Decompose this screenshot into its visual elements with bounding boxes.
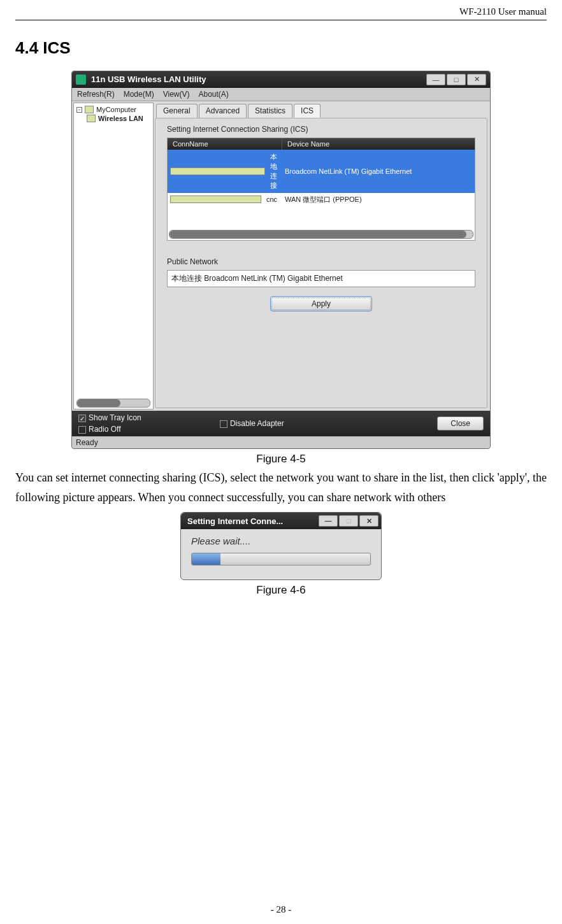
tree-root[interactable]: - MyComputer — [76, 106, 150, 113]
app-icon — [76, 75, 86, 85]
progress-fill — [192, 553, 220, 565]
row-conn: cnc — [264, 194, 280, 204]
tree-child-label: Wireless LAN — [98, 115, 143, 122]
page-number: - 28 - — [0, 904, 562, 915]
show-tray-checkbox[interactable]: Show Tray Icon — [78, 413, 220, 422]
tree-pane: - MyComputer Wireless LAN — [73, 103, 154, 409]
tab-advanced[interactable]: Advanced — [199, 104, 247, 118]
network-icon — [170, 195, 261, 203]
ics-heading: Setting Internet Connection Sharing (ICS… — [167, 125, 475, 134]
dialog-minimize-button[interactable]: — — [319, 515, 338, 527]
list-scrollbar[interactable] — [169, 230, 473, 239]
row-dev: WAN 微型端口 (PPPOE) — [282, 194, 475, 206]
col-devicename[interactable]: Device Name — [282, 138, 475, 150]
dialog-message: Please wait.... — [191, 536, 371, 546]
dialog-title-bar: Setting Internet Conne... — □ ✕ — [181, 513, 381, 529]
row-dev: Broadcom NetLink (TM) Gigabit Ethernet — [282, 166, 475, 176]
list-row[interactable]: cnc WAN 微型端口 (PPPOE) — [168, 193, 475, 206]
menu-about[interactable]: About(A) — [199, 90, 229, 99]
tree-root-label: MyComputer — [96, 106, 136, 113]
tree-child[interactable]: Wireless LAN — [87, 115, 150, 122]
window-title: 11n USB Wireless LAN Utility — [91, 75, 425, 84]
close-button[interactable]: Close — [437, 416, 484, 430]
dialog-close-button[interactable]: ✕ — [359, 515, 378, 527]
body-paragraph: You can set internet connecting sharing … — [15, 468, 547, 507]
disable-adapter-checkbox[interactable]: Disable Adapter — [220, 419, 437, 428]
col-connname[interactable]: ConnName — [168, 138, 282, 150]
menu-bar: Refresh(R) Mode(M) View(V) About(A) — [72, 88, 490, 101]
menu-view[interactable]: View(V) — [163, 90, 190, 99]
bottom-bar: Show Tray Icon Radio Off Disable Adapter… — [72, 411, 490, 436]
network-icon — [170, 167, 265, 175]
tab-general[interactable]: General — [156, 104, 198, 118]
tab-statistics[interactable]: Statistics — [248, 104, 292, 118]
tab-ics[interactable]: ICS — [294, 104, 321, 118]
connection-list: ConnName Device Name 本地连接 Broadcom NetLi… — [167, 138, 475, 241]
tree-collapse-icon[interactable]: - — [76, 107, 82, 113]
figure-4-6-caption: Figure 4-6 — [15, 584, 547, 597]
public-network-label: Public Network — [167, 257, 475, 266]
section-heading: 4.4 ICS — [15, 38, 547, 58]
radio-off-checkbox[interactable]: Radio Off — [78, 425, 220, 434]
page-header: WF-2110 User manual — [15, 6, 547, 20]
figure-4-5-caption: Figure 4-5 — [15, 453, 547, 466]
title-bar: 11n USB Wireless LAN Utility — □ ✕ — [72, 71, 490, 88]
content-pane: General Advanced Statistics ICS Setting … — [155, 103, 489, 409]
minimize-button[interactable]: — — [426, 74, 445, 85]
figure-4-5-window: 11n USB Wireless LAN Utility — □ ✕ Refre… — [71, 71, 491, 449]
public-network-value: 本地连接 Broadcom NetLink (TM) Gigabit Ether… — [167, 270, 475, 287]
menu-mode[interactable]: Mode(M) — [124, 90, 154, 99]
ics-panel: Setting Internet Connection Sharing (ICS… — [155, 118, 487, 408]
list-header: ConnName Device Name — [168, 138, 475, 150]
status-bar: Ready — [72, 436, 490, 448]
tab-row: General Advanced Statistics ICS — [156, 104, 489, 118]
dialog-maximize-button: □ — [339, 515, 358, 527]
maximize-button[interactable]: □ — [447, 74, 466, 85]
apply-button[interactable]: Apply — [270, 296, 372, 311]
progress-bar — [191, 553, 371, 565]
menu-refresh[interactable]: Refresh(R) — [77, 90, 115, 99]
computer-icon — [85, 106, 94, 113]
dialog-title: Setting Internet Conne... — [184, 516, 317, 526]
figure-4-6-dialog: Setting Internet Conne... — □ ✕ Please w… — [180, 512, 382, 580]
tree-scrollbar[interactable] — [76, 399, 150, 408]
wireless-icon — [87, 115, 96, 122]
list-row[interactable]: 本地连接 Broadcom NetLink (TM) Gigabit Ether… — [168, 150, 475, 193]
row-conn: 本地连接 — [268, 151, 280, 192]
close-window-button[interactable]: ✕ — [467, 74, 486, 85]
